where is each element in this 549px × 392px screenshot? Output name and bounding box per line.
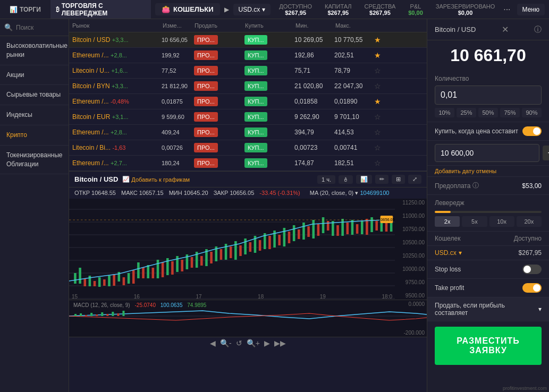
currency-selector[interactable]: USD.cx ▾ (233, 4, 271, 15)
chart-zoom-in[interactable]: 🔍+ (247, 339, 260, 347)
buy-when-toggle[interactable] (522, 126, 542, 136)
sell-button[interactable]: ПРО... (194, 112, 218, 122)
chart-nav-last[interactable]: ▶▶ (274, 339, 286, 347)
lev-20x[interactable]: 20x (517, 216, 542, 227)
stop-loss-row: Stop loss (427, 260, 549, 279)
chart-canvas[interactable]: 10656.05 15 16 17 18 19 18:0 (69, 199, 395, 300)
take-profit-toggle[interactable] (522, 283, 542, 293)
chart-zoom-out[interactable]: 🔍- (220, 339, 232, 347)
favorite-star[interactable]: ☆ (372, 143, 387, 152)
buy-button[interactable]: КУП... (244, 158, 267, 168)
tab-trades[interactable]: 📊 ТОРГИ (4, 0, 46, 19)
buy-button[interactable]: КУП... (244, 35, 267, 45)
sell-price: 77,52 (159, 67, 191, 74)
sidebar-item-commodities[interactable]: Сырьевые товары (0, 85, 69, 105)
buy-button[interactable]: КУП... (244, 112, 267, 122)
menu-button[interactable]: Меню (517, 4, 545, 15)
tab-leverage[interactable]: ₿ ТОРГОВЛЯ С ЛЕВЕРЕДЖЕМ (50, 0, 151, 19)
rp-info-button[interactable]: ⓘ (534, 25, 542, 35)
favorite-star[interactable]: ☆ (372, 82, 387, 90)
table-row[interactable]: Litecoin / Bi... -1,63 0,00726 ПРО... КУ… (69, 140, 427, 156)
timeframe-selector[interactable]: 1 ч. (317, 175, 335, 184)
buy-button[interactable]: КУП... (244, 97, 267, 106)
buy-btn-cell: КУП... (242, 52, 292, 59)
chart-reset-zoom[interactable]: ↺ (236, 339, 242, 347)
buy-button[interactable]: КУП... (244, 66, 267, 75)
lev-5x[interactable]: 5x (462, 216, 487, 227)
pct-90[interactable]: 90% (522, 108, 542, 117)
sidebar-item-volatile[interactable]: Высоковолатильные рынки (0, 36, 69, 65)
chart-nav-first[interactable]: ◀ (210, 339, 216, 347)
wallet-value-row: USD.cx ▾ $267,95 (427, 246, 549, 260)
prepayment-info-icon[interactable]: ⓘ (472, 181, 479, 190)
chart-ohlc-info: ОТКР 10648.55 МАКС 10657.15 МИН 10645.20… (69, 188, 427, 199)
chart-indicator-btn[interactable]: 📊 (356, 175, 372, 184)
table-row[interactable]: Ethereum /... +2,8... 409,24 ПРО... КУП.… (69, 125, 427, 140)
table-row[interactable]: Ethereum /... -0,48% 0,01875 ПРО... КУП.… (69, 94, 427, 109)
macd-y-zero: 0.0000 (408, 301, 425, 307)
sell-btn-cell: ПРО... (191, 36, 242, 44)
lev-2x[interactable]: 2x (435, 216, 460, 227)
stop-loss-toggle[interactable] (522, 265, 542, 274)
table-row[interactable]: Bitcoin / USD +3,3... 10 656,05 ПРО... К… (69, 32, 427, 48)
chart-draw-btn[interactable]: ✏ (375, 175, 388, 184)
sell-button[interactable]: ПРО... (194, 35, 218, 45)
pct-50[interactable]: 50% (478, 108, 498, 117)
sell-button[interactable]: ПРО... (194, 158, 218, 168)
favorite-star[interactable]: ☆ (372, 128, 387, 137)
rp-close-button[interactable]: ✕ (502, 24, 509, 35)
svg-rect-28 (171, 261, 174, 275)
buy-button[interactable]: КУП... (244, 50, 267, 60)
wallets-button[interactable]: 👛 КОШЕЛЬКИ (155, 3, 220, 15)
sidebar-item-indices[interactable]: Индексы (0, 105, 69, 125)
sidebar-item-crypto[interactable]: Крипто (0, 125, 69, 146)
favorite-star[interactable]: ☆ (372, 159, 387, 167)
pct-75[interactable]: 75% (500, 108, 520, 117)
sell-button[interactable]: ПРО... (194, 97, 218, 106)
lev-10x[interactable]: 10x (489, 216, 514, 227)
buy-button[interactable]: КУП... (244, 81, 267, 91)
buy-button[interactable]: КУП... (244, 127, 267, 137)
add-to-charts[interactable]: 📈 Добавить к графикам (122, 176, 190, 183)
chart-layers-btn[interactable]: ⊞ (392, 175, 405, 184)
favorite-star[interactable]: ☆ (372, 66, 387, 75)
close-value: 10656.05 (230, 190, 254, 196)
sell-btn-cell: ПРО... (191, 82, 242, 90)
cancel-date-link[interactable]: Добавить дату отмены (427, 166, 549, 177)
buy-when-price-input[interactable] (435, 144, 539, 162)
chart-expand-btn[interactable]: ⤢ (408, 175, 421, 184)
wallet-selector[interactable]: USD.cx ▾ (435, 249, 462, 257)
price-minus-button[interactable]: − (543, 146, 549, 160)
more-options[interactable]: ··· (503, 5, 510, 14)
sell-button[interactable]: ПРО... (194, 81, 218, 91)
table-row[interactable]: Ethereum /... +2,8... 199,92 ПРО... КУП.… (69, 48, 427, 63)
svg-rect-48 (268, 236, 271, 249)
sell-if-dropdown[interactable]: Продать, если прибыль составляет ▾ (427, 297, 549, 321)
market-name: Ethereum /... +2,8... (69, 129, 159, 136)
sell-button[interactable]: ПРО... (194, 50, 218, 60)
sell-button[interactable]: ПРО... (194, 143, 218, 152)
sell-btn-cell: ПРО... (191, 52, 242, 59)
pct-10[interactable]: 10% (435, 108, 454, 117)
favorite-star[interactable]: ★ (372, 51, 387, 59)
favorite-star[interactable]: ★ (372, 97, 387, 106)
pct-25[interactable]: 25% (457, 108, 476, 117)
table-row[interactable]: Ethereum /... +2,7... 180,24 ПРО... КУП.… (69, 156, 427, 171)
svg-rect-81 (90, 313, 92, 316)
table-row[interactable]: Bitcoin / EUR +3,1... 9 599,60 ПРО... КУ… (69, 109, 427, 125)
search-input[interactable] (16, 24, 64, 31)
sidebar-item-bonds[interactable]: Токенизированные Облигации (0, 146, 69, 175)
sidebar-item-stocks[interactable]: Акции (0, 65, 69, 86)
chart-nav-next[interactable]: ▶ (264, 339, 270, 347)
x-label-18: 18 (258, 294, 264, 300)
chart-type-btn[interactable]: 🕯 (339, 175, 353, 184)
submit-order-button[interactable]: РАЗМЕСТИТЬ ЗАЯВКУ (435, 327, 542, 365)
sell-button[interactable]: ПРО... (194, 66, 218, 75)
sell-button[interactable]: ПРО... (194, 127, 218, 137)
buy-button[interactable]: КУП... (244, 143, 267, 152)
rp-quantity-input[interactable] (435, 86, 542, 105)
table-row[interactable]: Litecoin / U... +1,6... 77,52 ПРО... КУП… (69, 63, 427, 79)
favorite-star[interactable]: ☆ (372, 113, 387, 121)
favorite-star[interactable]: ★ (372, 36, 387, 44)
table-row[interactable]: Bitcoin / BYN +3,3... 21 812,90 ПРО... К… (69, 79, 427, 94)
